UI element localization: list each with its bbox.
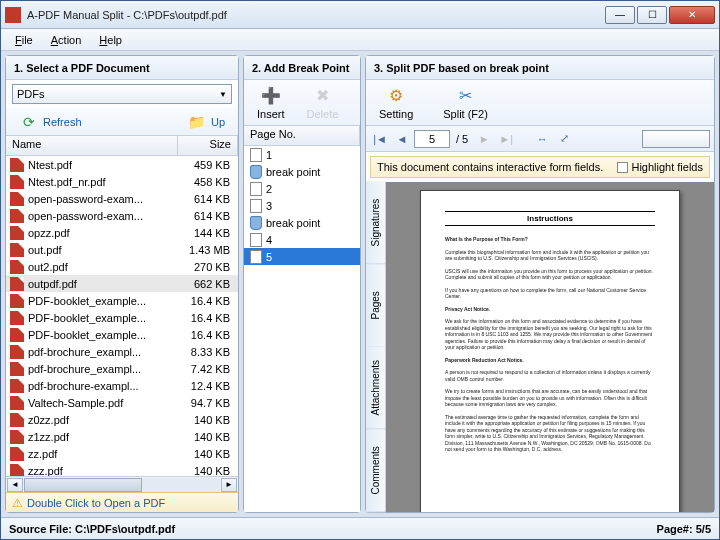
file-row[interactable]: out2.pdf270 KB — [6, 258, 238, 275]
tab-attachments[interactable]: Attachments — [366, 347, 385, 430]
pdf-file-icon — [10, 277, 24, 291]
menu-file[interactable]: File — [7, 32, 41, 48]
file-size: 140 KB — [174, 465, 234, 477]
col-size[interactable]: Size — [178, 136, 238, 155]
panel2-title: 2. Add Break Point — [244, 56, 360, 80]
page-row[interactable]: 1 — [244, 146, 360, 163]
breakpoint-icon — [250, 216, 262, 230]
file-row[interactable]: Ntest.pdf_nr.pdf458 KB — [6, 173, 238, 190]
menu-file-label: ile — [22, 34, 33, 46]
hint-label: Double Click to Open a PDF — [27, 497, 165, 509]
menu-help[interactable]: Help — [91, 32, 130, 48]
page-total: / 5 — [452, 133, 472, 145]
tab-signatures[interactable]: Signatures — [366, 182, 385, 265]
scroll-track[interactable] — [24, 478, 220, 492]
page-row[interactable]: 4 — [244, 231, 360, 248]
file-row[interactable]: open-password-exam...614 KB — [6, 207, 238, 224]
file-row[interactable]: PDF-booklet_example...16.4 KB — [6, 292, 238, 309]
zoom-combo[interactable] — [642, 130, 710, 148]
file-row[interactable]: pdf-brochure_exampl...8.33 KB — [6, 343, 238, 360]
info-text: This document contains interactive form … — [377, 161, 603, 173]
split-button[interactable]: ✂ Split (F2) — [436, 83, 495, 123]
menu-action[interactable]: Action — [43, 32, 90, 48]
side-tabs: SignaturesPagesAttachmentsComments — [366, 182, 386, 512]
file-name: PDF-booklet_example... — [28, 295, 174, 307]
file-name: pdf-brochure-exampl... — [28, 380, 174, 392]
tab-comments[interactable]: Comments — [366, 430, 385, 513]
pdf-file-icon — [10, 413, 24, 427]
page-row[interactable]: 3 — [244, 197, 360, 214]
doc-heading: Instructions — [445, 211, 655, 226]
file-row[interactable]: pdf-brochure-exampl...12.4 KB — [6, 377, 238, 394]
scroll-right-button[interactable]: ► — [221, 478, 237, 492]
file-name: outpdf.pdf — [28, 278, 174, 290]
page-row[interactable]: 2 — [244, 180, 360, 197]
fit-width-button[interactable]: ↔ — [532, 130, 552, 148]
file-row[interactable]: PDF-booklet_example...16.4 KB — [6, 309, 238, 326]
col-pageno[interactable]: Page No. — [244, 126, 360, 145]
close-button[interactable]: ✕ — [669, 6, 715, 24]
scroll-thumb[interactable] — [24, 478, 142, 492]
file-name: open-password-exam... — [28, 210, 174, 222]
file-row[interactable]: PDF-booklet_example...16.4 KB — [6, 326, 238, 343]
pdf-file-icon — [10, 379, 24, 393]
file-row[interactable]: out.pdf1.43 MB — [6, 241, 238, 258]
page-list[interactable]: 1break point23break point45 — [244, 146, 360, 512]
panel1-hint: ⚠ Double Click to Open a PDF — [6, 492, 238, 512]
file-row[interactable]: open-password-exam...614 KB — [6, 190, 238, 207]
tab-pages[interactable]: Pages — [366, 265, 385, 348]
pdf-preview[interactable]: Instructions What Is the Purpose of This… — [386, 182, 714, 512]
minimize-button[interactable]: — — [605, 6, 635, 24]
highlight-label: Highlight fields — [631, 161, 703, 173]
delete-button[interactable]: ✖ Delete — [300, 83, 346, 123]
up-button[interactable]: 📁 Up — [180, 109, 232, 135]
file-row[interactable]: Valtech-Sample.pdf94.7 KB — [6, 394, 238, 411]
fit-page-button[interactable]: ⤢ — [554, 130, 574, 148]
last-page-button[interactable]: ►| — [496, 130, 516, 148]
file-row[interactable]: Ntest.pdf459 KB — [6, 156, 238, 173]
refresh-button[interactable]: ⟳ Refresh — [12, 109, 89, 135]
next-page-button[interactable]: ► — [474, 130, 494, 148]
first-page-button[interactable]: |◄ — [370, 130, 390, 148]
folder-combo-value: PDFs — [17, 88, 45, 100]
file-list[interactable]: Ntest.pdf459 KBNtest.pdf_nr.pdf458 KBope… — [6, 156, 238, 476]
file-row[interactable]: outpdf.pdf662 KB — [6, 275, 238, 292]
menu-action-label: ction — [58, 34, 81, 46]
page-row[interactable]: 5 — [244, 248, 360, 265]
file-row[interactable]: zzz.pdf140 KB — [6, 462, 238, 476]
file-row[interactable]: z1zz.pdf140 KB — [6, 428, 238, 445]
pdf-file-icon — [10, 447, 24, 461]
insert-button[interactable]: ➕ Insert — [250, 83, 292, 123]
warning-icon: ⚠ — [12, 496, 23, 510]
hscrollbar[interactable]: ◄ ► — [6, 476, 238, 492]
titlebar: A-PDF Manual Split - C:\PDFs\outpdf.pdf … — [1, 1, 719, 29]
page-row-label: 4 — [266, 234, 272, 246]
scroll-left-button[interactable]: ◄ — [7, 478, 23, 492]
folder-combo[interactable]: PDFs ▼ — [12, 84, 232, 104]
file-list-header: Name Size — [6, 136, 238, 156]
split-label: Split (F2) — [443, 108, 488, 120]
page-number-input[interactable] — [414, 130, 450, 148]
file-size: 94.7 KB — [174, 397, 234, 409]
page-icon — [250, 182, 262, 196]
page-row-label: 2 — [266, 183, 272, 195]
split-icon: ✂ — [456, 86, 476, 106]
file-name: pdf-brochure_exampl... — [28, 363, 174, 375]
pdf-file-icon — [10, 362, 24, 376]
file-row[interactable]: zz.pdf140 KB — [6, 445, 238, 462]
file-row[interactable]: pdf-brochure_exampl...7.42 KB — [6, 360, 238, 377]
prev-page-button[interactable]: ◄ — [392, 130, 412, 148]
highlight-fields-checkbox[interactable]: Highlight fields — [617, 161, 703, 173]
pdf-file-icon — [10, 396, 24, 410]
refresh-label: Refresh — [43, 116, 82, 128]
maximize-button[interactable]: ☐ — [637, 6, 667, 24]
file-size: 662 KB — [174, 278, 234, 290]
status-source: Source File: C:\PDFs\outpdf.pdf — [9, 523, 657, 535]
breakpoint-row[interactable]: break point — [244, 163, 360, 180]
col-name[interactable]: Name — [6, 136, 178, 155]
file-row[interactable]: opzz.pdf144 KB — [6, 224, 238, 241]
file-row[interactable]: z0zz.pdf140 KB — [6, 411, 238, 428]
setting-button[interactable]: ⚙ Setting — [372, 83, 420, 123]
breakpoint-row[interactable]: break point — [244, 214, 360, 231]
panel-select-pdf: 1. Select a PDF Document PDFs ▼ ⟳ Refres… — [5, 55, 239, 513]
